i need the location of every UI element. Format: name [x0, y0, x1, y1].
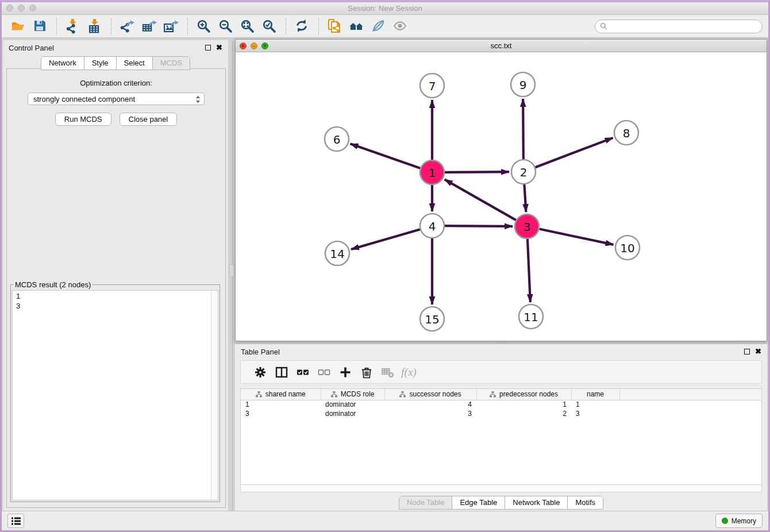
show-columns-button[interactable]: [271, 363, 292, 382]
column-header-successor-nodes[interactable]: successor nodes: [384, 389, 476, 400]
maximize-window-button[interactable]: [29, 5, 36, 11]
show-panels-button[interactable]: [348, 17, 366, 36]
table-cell[interactable]: 1: [476, 400, 571, 409]
graph-edge-4-3[interactable]: [445, 226, 513, 226]
tab-node-table[interactable]: Node Table: [399, 496, 453, 509]
graph-edge-1-6[interactable]: [351, 144, 421, 168]
toolbar-separator: [187, 18, 188, 35]
graph-node-10[interactable]: 10: [615, 236, 640, 260]
zoom-fit-button[interactable]: [238, 17, 257, 36]
graph-node-6[interactable]: 6: [325, 127, 349, 151]
delete-column-button[interactable]: [356, 363, 377, 382]
tab-network-table[interactable]: Network Table: [505, 496, 568, 509]
table-cell[interactable]: 1: [571, 400, 619, 409]
network-canvas[interactable]: 7968124314101511: [236, 52, 767, 340]
graph-edge-2-9[interactable]: [523, 99, 523, 159]
table-horizontal-scrollbar[interactable]: [240, 485, 762, 492]
import-network-button[interactable]: [64, 17, 82, 36]
graph-node-2[interactable]: 2: [511, 160, 536, 184]
float-table-panel-icon[interactable]: [744, 349, 750, 354]
table-cell[interactable]: 2: [476, 409, 571, 418]
zoom-in-button[interactable]: [195, 17, 213, 36]
graph-node-14[interactable]: 14: [325, 241, 349, 265]
graph-node-1[interactable]: 1: [420, 160, 444, 184]
result-scrollbar[interactable]: [211, 291, 218, 500]
tab-mcds[interactable]: MCDS: [153, 57, 190, 70]
network-minimize-button[interactable]: –: [251, 43, 257, 49]
column-header-name[interactable]: name: [571, 389, 619, 400]
memory-button[interactable]: Memory: [715, 514, 763, 528]
column-header-MCDS-role[interactable]: MCDS role: [321, 389, 384, 400]
add-column-button[interactable]: [334, 363, 356, 382]
table-cell[interactable]: 1: [241, 400, 321, 409]
table-row[interactable]: 3dominator323: [241, 409, 762, 418]
search-field[interactable]: [595, 20, 763, 33]
mcds-result-box[interactable]: 1 3: [12, 290, 218, 500]
export-table-button[interactable]: [140, 17, 159, 36]
graph-node-9[interactable]: 9: [511, 72, 535, 97]
export-image-button[interactable]: [162, 17, 180, 36]
graph-node-label: 1: [429, 166, 436, 180]
criterion-dropdown[interactable]: strongly connected component: [28, 92, 205, 105]
graph-edge-3-10[interactable]: [540, 229, 614, 245]
import-table-button[interactable]: [86, 17, 104, 36]
graph-node-3[interactable]: 3: [515, 214, 539, 238]
graph-edge-4-14[interactable]: [351, 229, 420, 249]
run-mcds-button[interactable]: Run MCDS: [55, 113, 111, 126]
graph-node-7[interactable]: 7: [420, 74, 444, 98]
minimize-window-button[interactable]: [18, 5, 25, 11]
column-header-predecessor-nodes[interactable]: predecessor nodes: [476, 389, 571, 400]
graph-edge-3-11[interactable]: [528, 239, 530, 302]
table-row[interactable]: 1dominator411: [241, 400, 762, 409]
apply-layout-button[interactable]: [293, 17, 311, 36]
zoom-selected-button[interactable]: [260, 17, 279, 36]
clone-network-icon: [328, 19, 342, 34]
tab-network[interactable]: Network: [41, 57, 84, 70]
search-input[interactable]: [610, 22, 757, 30]
criterion-dropdown-value: strongly connected component: [33, 95, 135, 103]
graph-edge-3-1[interactable]: [445, 179, 516, 220]
graph-node-15[interactable]: 15: [420, 307, 444, 331]
zoom-out-button[interactable]: [217, 17, 235, 36]
graph-edge-1-2[interactable]: [445, 172, 509, 172]
open-session-button[interactable]: [9, 17, 28, 36]
table-cell[interactable]: 4: [384, 400, 476, 409]
select-all-rows-button[interactable]: [292, 363, 313, 382]
tab-style[interactable]: Style: [84, 57, 117, 70]
main-toolbar: [2, 15, 768, 38]
style-toggle-button[interactable]: [369, 17, 388, 36]
graph-node-label: 6: [333, 133, 341, 147]
close-panel-button[interactable]: Close panel: [120, 113, 178, 126]
network-close-button[interactable]: ×: [240, 43, 247, 49]
graph-node-11[interactable]: 11: [519, 304, 543, 329]
vertical-splitter-handle[interactable]: [229, 264, 234, 277]
table-cell[interactable]: 3: [384, 409, 476, 418]
table-cell[interactable]: 3: [571, 409, 619, 418]
close-table-panel-icon[interactable]: ✖: [755, 349, 761, 354]
network-window-titlebar[interactable]: × – + scc.txt: [236, 40, 767, 52]
table-options-button[interactable]: [249, 363, 271, 382]
close-window-button[interactable]: [6, 5, 13, 11]
graph-edge-2-3[interactable]: [524, 184, 526, 212]
graph-node-4[interactable]: 4: [420, 214, 444, 238]
table-cell[interactable]: 3: [241, 409, 321, 418]
export-network-button[interactable]: [118, 17, 137, 36]
network-zoom-button[interactable]: +: [261, 43, 268, 49]
deselect-all-rows-button[interactable]: [313, 363, 334, 382]
tab-select[interactable]: Select: [117, 57, 153, 70]
column-header-shared-name[interactable]: shared name: [241, 389, 321, 400]
clone-network-button[interactable]: [326, 17, 344, 36]
close-panel-icon[interactable]: ✖: [216, 45, 222, 51]
task-history-button[interactable]: [7, 514, 24, 528]
save-session-button[interactable]: [31, 17, 49, 36]
fx-icon: f(x): [401, 366, 416, 379]
floppy-disk-icon: [33, 19, 48, 34]
graph-edge-2-8[interactable]: [536, 138, 613, 167]
table-cell[interactable]: dominator: [321, 409, 384, 418]
tab-motifs[interactable]: Motifs: [568, 496, 603, 509]
graph-node-8[interactable]: 8: [614, 121, 638, 145]
table-cell[interactable]: dominator: [321, 400, 384, 409]
float-panel-icon[interactable]: [205, 45, 211, 51]
table-panel: Table Panel ✖ f(x): [235, 344, 767, 512]
tab-edge-table[interactable]: Edge Table: [452, 496, 505, 509]
